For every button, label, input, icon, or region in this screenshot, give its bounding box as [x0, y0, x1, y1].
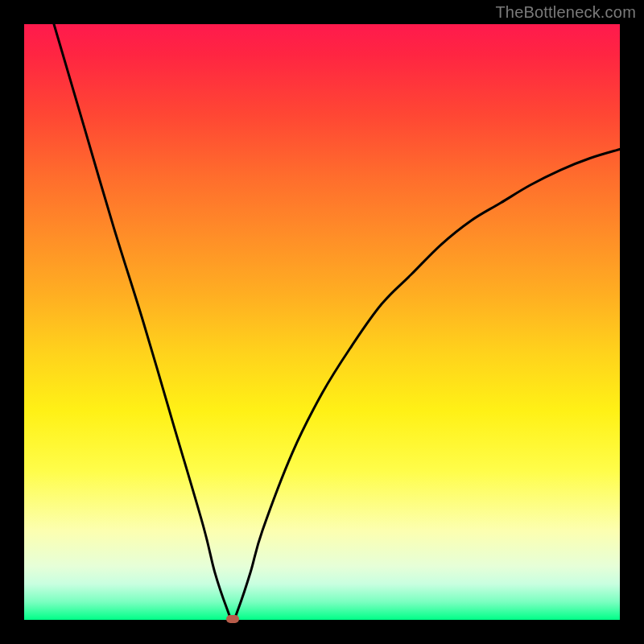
bottleneck-curve [54, 24, 620, 620]
chart-frame: TheBottleneck.com [0, 0, 644, 644]
minimum-marker [226, 615, 239, 623]
plot-area [24, 24, 620, 620]
curve-svg [24, 24, 620, 620]
watermark-label: TheBottleneck.com [495, 3, 636, 22]
